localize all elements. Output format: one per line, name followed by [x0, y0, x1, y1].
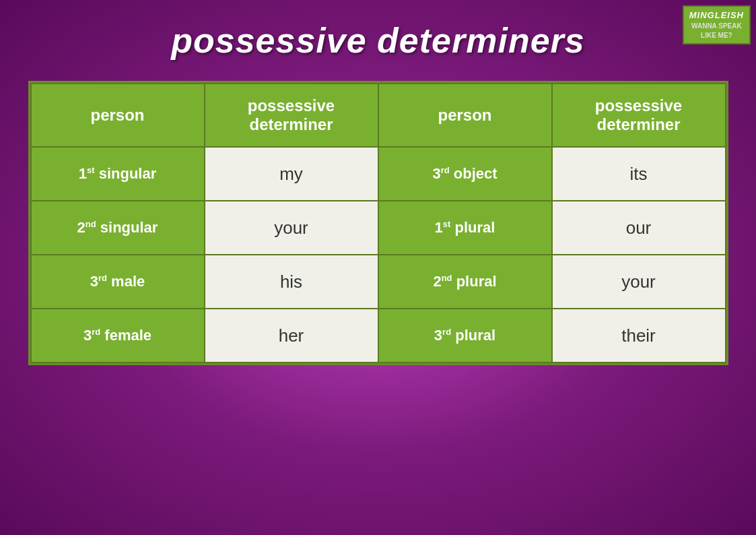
- table-row: 1st singularmy3rd objectits: [31, 147, 726, 201]
- person-cell-col2-row0: 3rd object: [378, 147, 552, 201]
- person-cell-col1-row0: 1st singular: [31, 147, 205, 201]
- table-header-row: person possessivedeterminer person posse…: [31, 84, 726, 147]
- person-cell-col1-row2: 3rd male: [31, 255, 205, 309]
- col-header-det-1: possessivedeterminer: [205, 84, 378, 147]
- logo-sub-line2: LIKE ME?: [689, 31, 744, 40]
- table-row: 3rd malehis2nd pluralyour: [31, 255, 726, 309]
- person-cell-col1-row1: 2nd singular: [31, 201, 205, 255]
- col-header-person-1: person: [31, 84, 205, 147]
- table-row: 2nd singularyour1st pluralour: [31, 201, 726, 255]
- person-cell-col1-row3: 3rd female: [31, 309, 205, 363]
- possessive-determiners-table: person possessivedeterminer person posse…: [30, 83, 726, 363]
- value-cell-col1-row3: her: [205, 309, 378, 363]
- logo-title: MINGLEISH: [689, 9, 744, 22]
- value-cell-col2-row1: our: [552, 201, 726, 255]
- logo-badge: MINGLEISH WANNA SPEAK LIKE ME?: [683, 5, 751, 44]
- main-table-container: person possessivedeterminer person posse…: [28, 81, 728, 365]
- page-title: possessive determiners: [171, 20, 585, 61]
- table-row: 3rd femaleher3rd pluraltheir: [31, 309, 726, 363]
- value-cell-col2-row0: its: [552, 147, 726, 201]
- value-cell-col1-row2: his: [205, 255, 378, 309]
- person-cell-col2-row1: 1st plural: [378, 201, 552, 255]
- col-header-det-2: possessivedeterminer: [552, 84, 726, 147]
- person-cell-col2-row3: 3rd plural: [378, 309, 552, 363]
- person-cell-col2-row2: 2nd plural: [378, 255, 552, 309]
- logo-sub-line1: WANNA SPEAK: [689, 22, 744, 31]
- value-cell-col2-row2: your: [552, 255, 726, 309]
- value-cell-col2-row3: their: [552, 309, 726, 363]
- value-cell-col1-row1: your: [205, 201, 378, 255]
- col-header-person-2: person: [378, 84, 552, 147]
- value-cell-col1-row0: my: [205, 147, 378, 201]
